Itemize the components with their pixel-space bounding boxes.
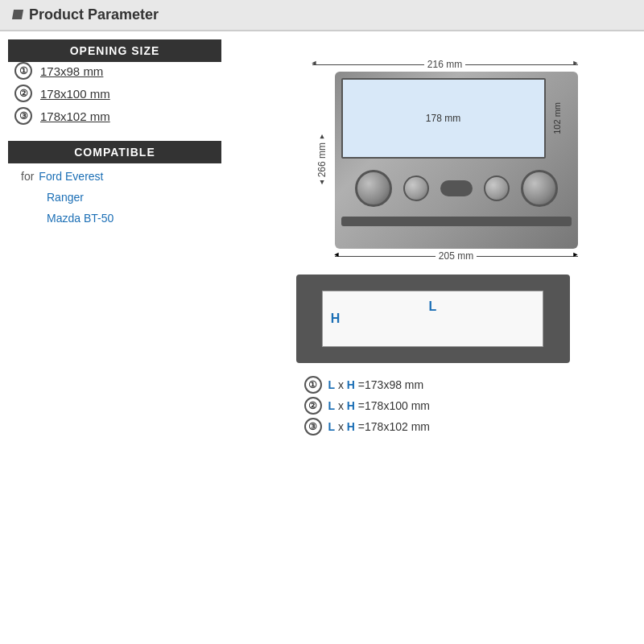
side-dim-label: ▲ 266 mm ▼ [316,133,328,187]
circle-num-3: ③ [14,107,32,125]
size-formula-3: L x H =178x102 mm [328,420,430,433]
size-value-2: 178x100 mm [40,87,110,101]
compat-mazda: Mazda BT-50 [47,212,114,225]
frame-H-label: H [331,312,341,326]
compat-list: for Ford Everest Ranger Mazda BT-50 [8,163,221,225]
frame-inner: L H [322,291,543,348]
list-item: ② 178x100 mm [14,85,215,102]
compatible-section: COMPATIBLE for Ford Everest Ranger Mazda… [8,141,221,225]
bottom-bar [341,217,572,226]
list-item: for Ford Everest [21,170,221,183]
list-item: ③ 178x102 mm [14,107,215,125]
frame-L-label: L [429,299,437,314]
circle-num-1: ① [14,62,32,80]
list-item: Ranger [21,191,221,204]
main-content: OPENING SIZE ① 173x98 mm ② 178x100 mm ③ … [0,31,644,644]
center-console [440,180,473,196]
screen-width-label: 178 mm [426,113,460,124]
circle-num-2: ② [14,85,32,102]
size-list: ① 173x98 mm ② 178x100 mm ③ 178x102 mm [8,62,221,125]
stereo-diagram-container: ◄ 216 mm ► ▲ 266 mm ▼ [288,43,578,262]
frame-diagram-container: L H [296,275,570,363]
bottom-sizes: ① L x H =173x98 mm ② L x H =178x100 mm ③… [296,376,570,436]
right-panel: ◄ 216 mm ► ▲ 266 mm ▼ [229,39,636,636]
knob-left [355,170,392,207]
knob-right [521,170,558,207]
opening-size-section: OPENING SIZE ① 173x98 mm ② 178x100 mm ③ … [8,39,221,125]
stereo-outer: ▲ 266 mm ▼ 178 mm 102 mm [312,72,578,249]
page: Product Parameter OPENING SIZE ① 173x98 … [0,0,644,644]
screen-area: 178 mm 102 mm [341,78,546,159]
knob-center-right [484,175,510,201]
circle-num-b3: ③ [304,418,322,436]
circle-num-b2: ② [304,397,322,415]
screen-area-wrapper: 178 mm 102 mm [341,78,546,159]
size-formula-1: L x H =173x98 mm [328,378,424,391]
compat-prefix: for [21,170,34,183]
compat-ranger: Ranger [47,191,84,204]
screen-height-label: 102 mm [552,102,562,134]
bottom-dim-value: 205 mm [439,250,473,262]
side-dim-container: ▲ 266 mm ▼ [312,72,332,249]
list-item: ③ L x H =178x102 mm [304,418,570,436]
left-panel: OPENING SIZE ① 173x98 mm ② 178x100 mm ③ … [8,39,221,636]
header: Product Parameter [0,0,644,31]
list-item: ② L x H =178x100 mm [304,397,570,415]
screen-height-container: 102 mm [546,80,568,157]
compat-ford-everest: Ford Everest [39,170,103,183]
circle-num-b1: ① [304,376,322,394]
stereo-body: 178 mm 102 mm [335,72,578,249]
size-value-1: 173x98 mm [40,64,103,78]
size-formula-2: L x H =178x100 mm [328,399,430,412]
top-dim-value: 216 mm [427,59,462,70]
size-value-3: 178x102 mm [40,109,110,123]
frame-diagram: L H [296,275,570,363]
compatible-label: COMPATIBLE [8,141,221,163]
bottom-dim-label: ◄ 205 mm ► [335,250,578,262]
opening-size-label: OPENING SIZE [8,39,221,62]
list-item: Mazda BT-50 [21,212,221,225]
page-title: Product Parameter [13,6,159,23]
top-dim-label: ◄ 216 mm ► [312,59,578,70]
knob-center-left [403,175,429,201]
controls-area [341,167,572,210]
list-item: ① 173x98 mm [14,62,215,80]
list-item: ① L x H =173x98 mm [304,376,570,394]
